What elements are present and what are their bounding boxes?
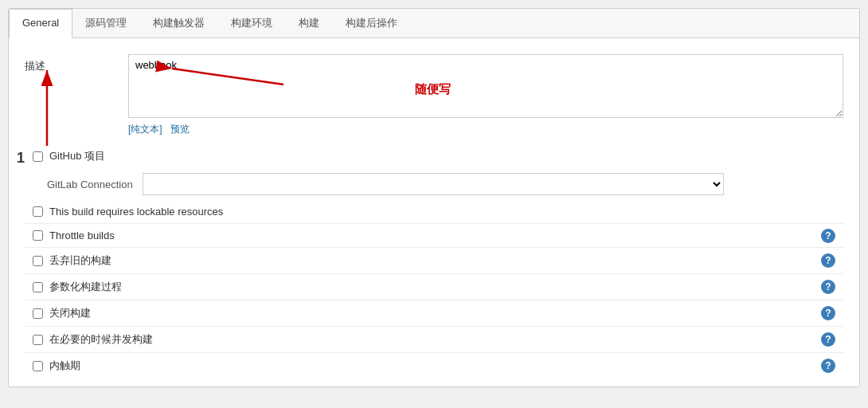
- throttle-label: Throttle builds: [49, 230, 115, 241]
- description-textarea[interactable]: [128, 54, 843, 118]
- disable-label: 关闭构建: [49, 306, 91, 320]
- text-links: [纯文本] 预览: [128, 123, 843, 136]
- checkbox-row-lockable: This build requires lockable resources: [25, 200, 843, 223]
- inner-checkbox[interactable]: [33, 361, 43, 371]
- discard-checkbox[interactable]: [33, 256, 43, 266]
- preview-link[interactable]: 预览: [170, 124, 190, 135]
- gitlab-connection-row: GitLab Connection: [25, 168, 843, 200]
- github-project-row: GitHub 项目: [25, 144, 843, 168]
- description-label: 描述: [25, 54, 128, 73]
- general-content: 1 描述: [9, 38, 859, 386]
- disable-help-icon[interactable]: ?: [821, 306, 835, 320]
- plain-text-link[interactable]: [纯文本]: [128, 124, 162, 135]
- tab-build-env[interactable]: 构建环境: [218, 9, 286, 37]
- concurrent-help-icon[interactable]: ?: [821, 332, 835, 347]
- inner-help-icon[interactable]: ?: [821, 359, 835, 373]
- github-project-label: GitHub 项目: [49, 149, 105, 163]
- parameterized-label: 参数化构建过程: [49, 280, 122, 294]
- tab-source-management[interactable]: 源码管理: [72, 9, 140, 37]
- lockable-checkbox[interactable]: [33, 206, 43, 217]
- page-wrapper: General 源码管理 构建触发器 构建环境 构建 构建后操作 1: [0, 0, 868, 408]
- description-field-wrap: 随便写 [纯文本] 预览: [128, 54, 843, 136]
- throttle-checkbox[interactable]: [33, 230, 43, 241]
- tab-post-build[interactable]: 构建后操作: [333, 9, 411, 37]
- checkbox-row-parameterized: 参数化构建过程 ?: [25, 273, 843, 300]
- throttle-help-icon[interactable]: ?: [821, 229, 835, 243]
- checkboxes-section: This build requires lockable resources T…: [25, 200, 843, 379]
- checkbox-row-discard: 丢弃旧的构建 ?: [25, 247, 843, 273]
- parameterized-help-icon[interactable]: ?: [821, 280, 835, 294]
- number-annotation: 1: [17, 150, 25, 167]
- github-project-checkbox[interactable]: [33, 151, 43, 162]
- tab-build-triggers[interactable]: 构建触发器: [140, 9, 218, 37]
- description-row: 描述: [25, 54, 843, 136]
- inner-label: 内触期: [49, 359, 80, 373]
- lockable-label: This build requires lockable resources: [49, 206, 223, 218]
- gitlab-connection-label: GitLab Connection: [47, 178, 143, 190]
- tab-bar: General 源码管理 构建触发器 构建环境 构建 构建后操作: [9, 9, 859, 38]
- concurrent-checkbox[interactable]: [33, 335, 43, 345]
- checkbox-row-inner: 内触期 ?: [25, 352, 843, 379]
- parameterized-checkbox[interactable]: [33, 282, 43, 292]
- discard-help-icon[interactable]: ?: [821, 253, 835, 268]
- checkbox-row-disable: 关闭构建 ?: [25, 300, 843, 326]
- checkbox-row-concurrent: 在必要的时候并发构建 ?: [25, 326, 843, 352]
- gitlab-connection-select[interactable]: [143, 173, 724, 195]
- concurrent-label: 在必要的时候并发构建: [49, 332, 153, 347]
- disable-checkbox[interactable]: [33, 308, 43, 319]
- checkbox-row-throttle: Throttle builds ?: [25, 223, 843, 247]
- tab-general[interactable]: General: [9, 9, 72, 38]
- discard-label: 丢弃旧的构建: [49, 253, 111, 268]
- main-panel: General 源码管理 构建触发器 构建环境 构建 构建后操作 1: [8, 8, 860, 387]
- tab-build[interactable]: 构建: [286, 9, 333, 37]
